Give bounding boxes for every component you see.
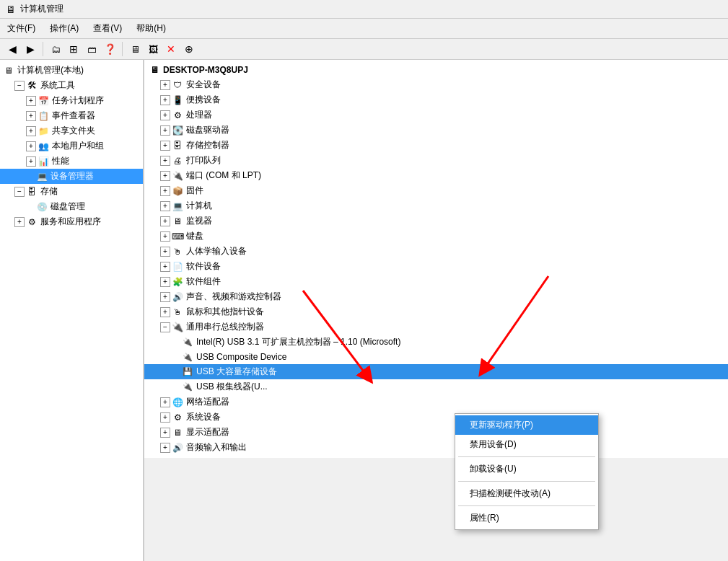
r-monitor-toggle[interactable] xyxy=(160,216,170,226)
r-audiio-toggle[interactable] xyxy=(160,443,170,453)
forward-button[interactable]: ▶ xyxy=(22,41,38,57)
delete-button[interactable]: ✕ xyxy=(163,41,179,57)
ctx-disable-device[interactable]: 禁用设备(D) xyxy=(455,435,598,454)
open-button[interactable]: 🗂 xyxy=(48,41,63,57)
r-usb-toggle[interactable] xyxy=(160,322,170,332)
sharedfolder-toggle[interactable] xyxy=(26,126,36,136)
right-item-computer[interactable]: 💻 计算机 xyxy=(144,198,728,213)
right-item-portable[interactable]: 📱 便携设备 xyxy=(144,92,728,107)
console-button[interactable]: 🗃 xyxy=(84,41,100,57)
toolbar: ◀ ▶ 🗂 ⊞ 🗃 ❓ 🖥 🖼 ✕ ⊕ xyxy=(0,39,728,60)
right-item-softdev[interactable]: 📄 软件设备 xyxy=(144,259,728,274)
r-audio-toggle[interactable] xyxy=(160,292,170,302)
right-item-com-label: 端口 (COM 和 LPT) xyxy=(186,169,261,182)
right-item-intel-usb[interactable]: 🔌 Intel(R) USB 3.1 可扩展主机控制器 – 1.10 (Micr… xyxy=(144,335,728,350)
right-item-audio[interactable]: 🔊 声音、视频和游戏控制器 xyxy=(144,289,728,304)
back-button[interactable]: ◀ xyxy=(4,41,20,57)
firmware-icon: 📦 xyxy=(172,185,183,197)
right-item-softcomp[interactable]: 🧩 软件组件 xyxy=(144,274,728,289)
right-item-usb[interactable]: 🔌 通用串行总线控制器 xyxy=(144,319,728,335)
storage-toggle[interactable] xyxy=(14,187,25,197)
add-button[interactable]: ⊕ xyxy=(181,41,197,57)
r-hid-toggle[interactable] xyxy=(160,247,170,257)
right-item-disk[interactable]: 💽 磁盘驱动器 xyxy=(144,123,728,138)
menu-file[interactable]: 文件(F) xyxy=(0,20,43,37)
ctx-scan-hardware[interactable]: 扫描检测硬件改动(A) xyxy=(455,484,598,503)
task-icon: 📅 xyxy=(38,95,49,107)
right-item-cpu[interactable]: ⚙ 处理器 xyxy=(144,107,728,123)
left-item-services[interactable]: ⚙ 服务和应用程序 xyxy=(0,214,143,229)
ctx-uninstall-device[interactable]: 卸载设备(U) xyxy=(455,459,598,479)
right-item-display[interactable]: 🖥 显示适配器 xyxy=(144,425,728,440)
left-item-devicemgr[interactable]: 💻 设备管理器 xyxy=(0,169,143,184)
right-item-monitor[interactable]: 🖥 监视器 xyxy=(144,213,728,229)
sysutils-icon: 🛠 xyxy=(26,80,38,92)
ctx-update-driver[interactable]: 更新驱动程序(P) xyxy=(455,415,598,435)
sysutils-toggle[interactable] xyxy=(14,81,25,91)
perf-toggle[interactable] xyxy=(26,156,36,167)
right-item-printer[interactable]: 🖨 打印队列 xyxy=(144,153,728,168)
right-item-network[interactable]: 🌐 网络适配器 xyxy=(144,394,728,410)
r-portable-toggle[interactable] xyxy=(160,95,170,105)
left-item-diskmgmt[interactable]: 💿 磁盘管理 xyxy=(0,199,143,214)
left-item-localusers[interactable]: 👥 本地用户和组 xyxy=(0,138,143,154)
r-softcomp-toggle[interactable] xyxy=(160,277,170,287)
left-item-root[interactable]: 🖥 计算机管理(本地) xyxy=(0,63,143,78)
port-icon: 🔌 xyxy=(172,170,183,182)
help-button[interactable]: ❓ xyxy=(102,41,118,57)
right-item-mouse[interactable]: 🖱 鼠标和其他指针设备 xyxy=(144,304,728,319)
title-bar: 🖥 计算机管理 xyxy=(0,0,728,19)
right-item-usb-storage[interactable]: 💾 USB 大容量存储设备 xyxy=(144,364,728,379)
r-softdev-toggle[interactable] xyxy=(160,262,170,272)
right-item-system[interactable]: ⚙ 系统设备 xyxy=(144,410,728,425)
right-item-audiio[interactable]: 🔊 音频输入和输出 xyxy=(144,440,728,455)
usb-storage-icon: 💾 xyxy=(182,366,193,378)
r-mouse-toggle[interactable] xyxy=(160,307,170,317)
ctx-properties[interactable]: 属性(R) xyxy=(455,508,598,528)
r-display-toggle[interactable] xyxy=(160,428,170,438)
left-item-storage[interactable]: 🗄 存储 xyxy=(0,184,143,199)
right-item-storage-label: 存储控制器 xyxy=(186,139,229,151)
r-storage-toggle[interactable] xyxy=(160,141,170,151)
perf-icon: 📊 xyxy=(38,156,49,167)
right-item-display-label: 显示适配器 xyxy=(186,426,229,438)
r-cpu-toggle[interactable] xyxy=(160,110,170,120)
taskscheduler-toggle[interactable] xyxy=(26,96,36,106)
right-item-usb-hub[interactable]: 🔌 USB 根集线器(U... xyxy=(144,379,728,394)
services-toggle[interactable] xyxy=(14,217,25,227)
menu-action[interactable]: 操作(A) xyxy=(43,20,86,37)
r-firmware-toggle[interactable] xyxy=(160,186,170,196)
left-item-taskscheduler[interactable]: 📅 任务计划程序 xyxy=(0,93,143,108)
r-computer-toggle[interactable] xyxy=(160,201,170,211)
r-security-toggle[interactable] xyxy=(160,80,170,90)
right-item-portable-label: 便携设备 xyxy=(186,94,221,106)
right-item-keyboard[interactable]: ⌨ 键盘 xyxy=(144,229,728,244)
left-item-sysutils[interactable]: 🛠 系统工具 xyxy=(0,78,143,93)
icon-button[interactable]: 🖼 xyxy=(145,41,161,57)
right-item-softcomp-label: 软件组件 xyxy=(186,275,221,288)
eventviewer-toggle[interactable] xyxy=(26,111,36,121)
menu-help[interactable]: 帮助(H) xyxy=(129,20,173,37)
right-item-usb-storage-label: USB 大容量存储设备 xyxy=(196,366,277,378)
menu-view[interactable]: 查看(V) xyxy=(86,20,129,37)
r-printer-toggle[interactable] xyxy=(160,156,170,166)
right-item-usb-composite[interactable]: 🔌 USB Composite Device xyxy=(144,350,728,364)
right-header[interactable]: 🖥 DESKTOP-M3Q8UPJ xyxy=(144,63,728,77)
localusers-toggle[interactable] xyxy=(26,141,36,151)
right-item-hid[interactable]: 🖱 人体学输入设备 xyxy=(144,244,728,259)
right-item-com[interactable]: 🔌 端口 (COM 和 LPT) xyxy=(144,168,728,183)
r-system-toggle[interactable] xyxy=(160,412,170,423)
r-network-toggle[interactable] xyxy=(160,397,170,407)
grid-button[interactable]: ⊞ xyxy=(66,41,82,57)
right-item-storage-ctrl[interactable]: 🗄 存储控制器 xyxy=(144,138,728,153)
toolbar-sep-2 xyxy=(122,42,123,56)
r-keyboard-toggle[interactable] xyxy=(160,231,170,242)
r-disk-toggle[interactable] xyxy=(160,125,170,136)
display-button[interactable]: 🖥 xyxy=(127,41,143,57)
right-item-firmware[interactable]: 📦 固件 xyxy=(144,183,728,198)
left-item-eventviewer[interactable]: 📋 事件查看器 xyxy=(0,108,143,123)
left-item-performance[interactable]: 📊 性能 xyxy=(0,154,143,169)
left-item-sharedfolder[interactable]: 📁 共享文件夹 xyxy=(0,123,143,138)
r-com-toggle[interactable] xyxy=(160,171,170,181)
right-item-security[interactable]: 🛡 安全设备 xyxy=(144,77,728,92)
